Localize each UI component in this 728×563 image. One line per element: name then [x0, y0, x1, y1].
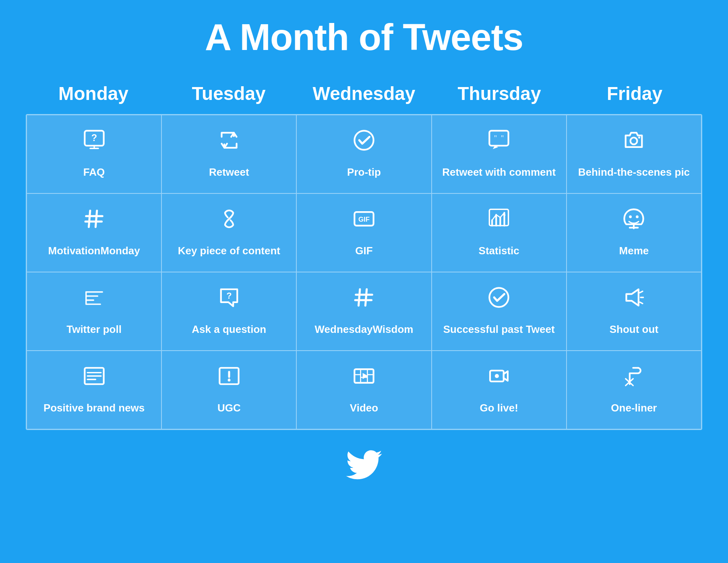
cell-brand-news: Positive brand news	[27, 351, 161, 429]
behind-scenes-label: Behind-the-scenes pic	[578, 166, 690, 179]
brand-news-label: Positive brand news	[43, 401, 145, 415]
calendar-wrapper: Monday Tuesday Wednesday Thursday Friday…	[26, 79, 702, 430]
svg-line-11	[89, 211, 90, 227]
retweet-icon	[218, 129, 240, 160]
cell-one-liner: One-liner	[567, 351, 701, 429]
retweet-comment-label: Retweet with comment	[442, 166, 556, 179]
svg-point-38	[490, 288, 509, 307]
svg-text:?: ?	[226, 291, 232, 301]
faq-label: FAQ	[83, 166, 105, 179]
svg-point-25	[636, 216, 639, 218]
gif-label: GIF	[355, 244, 372, 258]
svg-line-35	[365, 289, 366, 306]
faq-icon: ?	[83, 129, 105, 160]
ugc-label: UGC	[217, 401, 241, 415]
svg-marker-59	[504, 371, 508, 381]
cell-motivation-monday: MotivationMonday	[27, 193, 161, 272]
ugc-icon: !	[218, 365, 240, 396]
cell-retweet: Retweet	[161, 115, 296, 193]
svg-marker-39	[627, 289, 639, 306]
svg-line-42	[640, 302, 643, 303]
cell-behind-scenes: Behind-the-scenes pic	[567, 115, 701, 193]
wednesday-hashtag-icon	[353, 287, 375, 317]
day-monday: Monday	[26, 79, 161, 114]
twitter-bird-logo	[346, 450, 382, 488]
cell-successful-tweet: Successful past Tweet	[432, 272, 567, 351]
svg-rect-5	[490, 131, 509, 146]
day-headers: Monday Tuesday Wednesday Thursday Friday	[26, 79, 702, 114]
shoutout-icon	[623, 287, 645, 317]
cell-go-live: Go live!	[432, 351, 567, 429]
gif-icon: GIF	[353, 208, 375, 239]
cell-faq: ? FAQ	[27, 115, 161, 193]
page-title: A Month of Tweets	[205, 16, 523, 58]
protip-icon	[353, 129, 375, 160]
content-grid: ? FAQ Retweet	[26, 114, 702, 430]
svg-point-24	[629, 216, 632, 218]
meme-icon	[623, 208, 645, 239]
svg-point-4	[354, 131, 373, 150]
live-icon	[488, 365, 510, 396]
go-live-label: Go live!	[480, 401, 518, 415]
svg-point-50	[228, 379, 230, 382]
ask-question-label: Ask a question	[192, 323, 266, 336]
day-tuesday: Tuesday	[161, 79, 296, 114]
cell-meme: Meme	[567, 193, 701, 272]
cell-ask-question: ? Ask a question	[161, 272, 296, 351]
cell-ugc: ! UGC	[161, 351, 296, 429]
cell-retweet-comment: " " Retweet with comment	[432, 115, 567, 193]
svg-point-9	[631, 138, 637, 145]
svg-text:": "	[501, 134, 504, 142]
video-icon	[353, 365, 375, 396]
meme-label: Meme	[619, 244, 649, 258]
key-content-label: Key piece of content	[178, 244, 280, 258]
cell-protip: Pro-tip	[296, 115, 431, 193]
svg-line-12	[95, 211, 97, 227]
twitter-poll-label: Twitter poll	[66, 323, 122, 336]
svg-line-34	[358, 289, 360, 306]
cell-gif: GIF GIF	[296, 193, 431, 272]
motivation-monday-label: MotivationMonday	[48, 244, 140, 258]
checkmark-icon	[488, 287, 510, 317]
svg-text:GIF: GIF	[358, 216, 370, 223]
successful-tweet-label: Successful past Tweet	[443, 323, 555, 336]
wednesday-wisdom-label: WednesdayWisdom	[315, 323, 414, 336]
cell-wednesday-wisdom: WednesdayWisdom	[296, 272, 431, 351]
video-label: Video	[350, 401, 378, 415]
shout-out-label: Shout out	[610, 323, 658, 336]
news-icon	[83, 365, 105, 396]
retweet-label: Retweet	[209, 166, 249, 179]
cell-shout-out: Shout out	[567, 272, 701, 351]
cell-statistic: Statistic	[432, 193, 567, 272]
one-liner-label: One-liner	[611, 401, 657, 415]
cell-video: Video	[296, 351, 431, 429]
statistic-label: Statistic	[479, 244, 519, 258]
svg-text:": "	[494, 134, 497, 142]
svg-point-60	[495, 374, 499, 378]
svg-point-10	[638, 137, 640, 139]
day-thursday: Thursday	[432, 79, 567, 114]
cell-twitter-poll: Twitter poll	[27, 272, 161, 351]
protip-label: Pro-tip	[347, 166, 381, 179]
question-icon: ?	[218, 287, 240, 317]
svg-line-40	[640, 291, 643, 293]
day-wednesday: Wednesday	[296, 79, 432, 114]
statistic-icon	[488, 208, 510, 239]
oneliner-icon	[623, 365, 645, 396]
camera-icon	[623, 129, 645, 160]
day-friday: Friday	[567, 79, 702, 114]
link-icon	[218, 208, 240, 239]
cell-key-content: Key piece of content	[161, 193, 296, 272]
poll-icon	[83, 287, 105, 317]
svg-text:?: ?	[91, 133, 97, 143]
hashtag-icon	[83, 208, 105, 239]
retweet-comment-icon: " "	[488, 129, 510, 160]
